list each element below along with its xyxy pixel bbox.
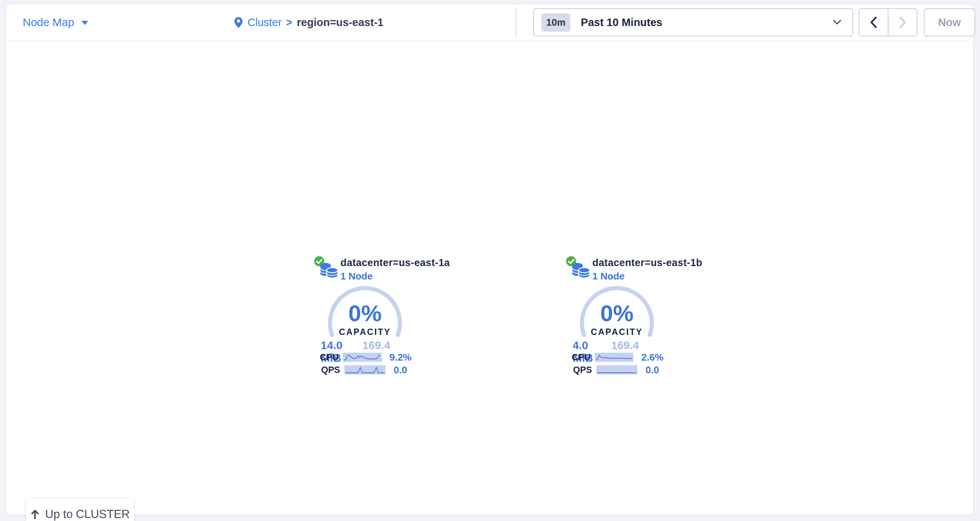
time-range-label: Past 10 Minutes — [581, 16, 662, 29]
breadcrumb-separator: > — [286, 16, 293, 29]
arrow-up-icon — [30, 509, 40, 520]
capacity-caption: CAPACITY — [570, 327, 663, 337]
qps-label: QPS — [318, 365, 340, 375]
qps-sparkline — [597, 365, 637, 374]
cpu-sparkline — [343, 353, 381, 362]
time-nav-group — [859, 8, 918, 37]
cpu-value: 2.6% — [641, 352, 663, 363]
capacity-caption: CAPACITY — [318, 327, 412, 337]
breadcrumb-cluster-link[interactable]: Cluster — [247, 16, 282, 29]
time-range-badge: 10m — [541, 13, 570, 32]
up-to-cluster-label: Up to CLUSTER — [45, 508, 129, 521]
datacenter-icon[interactable] — [319, 262, 339, 279]
datacenter-nodes-link[interactable]: 1 Node — [592, 271, 625, 282]
caret-down-icon — [81, 21, 88, 25]
cpu-label: CPU — [570, 352, 590, 362]
header-divider — [515, 8, 516, 37]
now-button[interactable]: Now — [924, 8, 975, 37]
cpu-metric-row: CPU 9.2% — [318, 352, 412, 362]
location-pin-icon — [234, 17, 243, 28]
qps-metric-row: QPS 0.0 — [318, 365, 412, 375]
breadcrumb: Cluster > region=us-east-1 — [234, 5, 383, 40]
capacity-percent: 0% — [570, 302, 663, 325]
header-bar: Node Map Cluster > region=us-east-1 10m … — [6, 5, 973, 41]
view-selector-label: Node Map — [23, 16, 74, 29]
chevron-down-icon — [833, 20, 841, 25]
cpu-value: 9.2% — [390, 352, 412, 363]
qps-value: 0.0 — [394, 364, 407, 376]
datacenter-title: datacenter=us-east-1a — [340, 257, 450, 269]
cpu-sparkline — [595, 353, 633, 362]
datacenter-card: datacenter=us-east-1a 1 Node 0% CAPACITY… — [318, 254, 412, 381]
chevron-right-icon — [899, 16, 906, 28]
qps-sparkline — [345, 365, 385, 374]
datacenter-card: datacenter=us-east-1b 1 Node 0% CAPACITY… — [570, 254, 663, 381]
chevron-left-icon — [870, 16, 877, 28]
up-to-cluster-button[interactable]: Up to CLUSTER — [25, 498, 134, 521]
node-map-panel: Node Map Cluster > region=us-east-1 10m … — [6, 4, 973, 515]
breadcrumb-current-location: region=us-east-1 — [297, 16, 383, 29]
time-prev-button[interactable] — [859, 9, 888, 36]
datacenter-nodes-link[interactable]: 1 Node — [340, 271, 373, 282]
capacity-percent: 0% — [318, 302, 412, 325]
view-selector-dropdown[interactable]: Node Map — [23, 5, 88, 40]
node-map-canvas: datacenter=us-east-1a 1 Node 0% CAPACITY… — [6, 41, 973, 515]
datacenter-title: datacenter=us-east-1b — [592, 257, 702, 269]
cpu-metric-row: CPU 2.6% — [570, 352, 663, 362]
time-next-button[interactable] — [888, 9, 917, 36]
datacenter-icon[interactable] — [571, 262, 590, 279]
qps-metric-row: QPS 0.0 — [570, 365, 663, 375]
qps-value: 0.0 — [646, 364, 659, 376]
qps-label: QPS — [570, 365, 592, 375]
cpu-label: CPU — [318, 352, 339, 362]
time-range-dropdown[interactable]: 10m Past 10 Minutes — [533, 8, 853, 37]
